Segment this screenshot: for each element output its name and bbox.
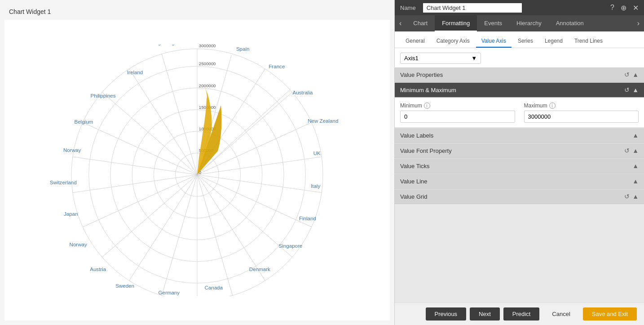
svg-line-21	[102, 174, 197, 257]
value-grid-title: Value Grid	[400, 193, 624, 200]
tab-chart[interactable]: Chart	[406, 15, 435, 31]
widget-title-input[interactable]	[423, 3, 522, 13]
svg-line-19	[162, 174, 197, 295]
minimum-input[interactable]	[400, 111, 515, 123]
svg-text:2500000: 2500000	[199, 61, 216, 66]
svg-text:Spain: Spain	[236, 46, 250, 52]
value-grid-refresh-icon[interactable]: ↺	[624, 193, 630, 200]
svg-line-24	[73, 156, 197, 174]
chart-widget-title: Chart Widget 1	[0, 0, 394, 20]
value-grid-icons: ↺ ▲	[624, 193, 639, 200]
svg-text:Norway: Norway	[63, 147, 81, 153]
svg-line-17	[197, 174, 233, 295]
value-labels-collapse-icon[interactable]: ▲	[632, 132, 639, 139]
svg-text:Japan: Japan	[64, 211, 78, 217]
next-button[interactable]: Next	[470, 307, 500, 321]
dropdown-arrow-icon: ▼	[471, 55, 477, 62]
svg-line-12	[197, 156, 322, 174]
main-tab-bar: ‹ Chart Formatting Events Hierarchy Anno…	[395, 15, 644, 31]
tab-prev-btn[interactable]: ‹	[395, 15, 406, 31]
sub-tabs: General Category Axis Value Axis Series …	[395, 31, 644, 48]
svg-line-16	[197, 174, 265, 280]
svg-line-26	[102, 92, 197, 174]
sub-tab-series[interactable]: Series	[512, 35, 538, 48]
min-max-row: Minimum i Maximum i	[400, 102, 639, 123]
value-labels-section[interactable]: Value Labels ▲	[395, 128, 644, 143]
value-line-title: Value Line	[400, 178, 632, 185]
min-max-collapse-icon[interactable]: ▲	[632, 86, 639, 93]
value-font-section[interactable]: Value Font Property ↺ ▲	[395, 143, 644, 158]
chart-area: 500000 1000000 1500000 2000000 2500000 3…	[4, 20, 390, 321]
svg-text:3000000: 3000000	[199, 45, 216, 48]
properties-area: Value Properties ↺ ▲ Minimum & Maximum ↺…	[395, 67, 644, 303]
maximum-input[interactable]	[524, 111, 639, 123]
svg-text:Hong Kong: Hong Kong	[149, 45, 175, 45]
value-ticks-collapse-icon[interactable]: ▲	[632, 162, 639, 169]
sub-tab-trend-lines[interactable]: Trend Lines	[569, 35, 608, 48]
sub-tab-value-axis[interactable]: Value Axis	[476, 35, 512, 48]
maximum-field: Maximum i	[524, 102, 639, 123]
svg-text:Belgium: Belgium	[74, 119, 93, 124]
tab-formatting[interactable]: Formatting	[435, 15, 477, 31]
svg-text:Switzerland: Switzerland	[50, 179, 77, 185]
svg-text:New Zealand: New Zealand	[308, 118, 338, 123]
svg-text:Finland: Finland	[299, 216, 316, 221]
value-ticks-title: Value Ticks	[400, 163, 632, 169]
min-max-refresh-icon[interactable]: ↺	[624, 86, 630, 93]
tab-next-btn[interactable]: ›	[633, 15, 644, 31]
min-max-section-header[interactable]: Minimum & Maximum ↺ ▲	[395, 83, 644, 98]
tab-hierarchy[interactable]: Hierarchy	[509, 15, 549, 31]
svg-text:Germany: Germany	[158, 290, 180, 295]
value-ticks-section[interactable]: Value Ticks ▲	[395, 159, 644, 174]
svg-line-25	[83, 122, 197, 174]
minimum-field: Minimum i	[400, 102, 515, 123]
move-icon[interactable]: ⊕	[621, 4, 626, 12]
sub-tab-general[interactable]: General	[400, 35, 430, 48]
value-labels-title: Value Labels	[400, 132, 632, 139]
previous-button[interactable]: Previous	[426, 307, 467, 321]
header-bar: Name ? ⊕ ✕	[395, 0, 644, 15]
value-font-collapse-icon[interactable]: ▲	[632, 147, 639, 154]
value-properties-collapse-icon[interactable]: ▲	[632, 71, 639, 78]
name-label: Name	[400, 4, 416, 11]
svg-line-28	[162, 54, 197, 175]
value-properties-section[interactable]: Value Properties ↺ ▲	[395, 67, 644, 82]
help-icon[interactable]: ?	[610, 4, 614, 12]
maximum-label: Maximum i	[524, 102, 639, 109]
value-line-collapse-icon[interactable]: ▲	[632, 178, 639, 185]
value-font-icons: ↺ ▲	[624, 147, 639, 154]
axis-selector-row: Axis1 ▼	[395, 48, 644, 67]
min-max-inputs: Minimum i Maximum i	[395, 98, 644, 128]
tab-annotation[interactable]: Annotation	[549, 15, 591, 31]
chart-panel: Chart Widget 1	[0, 0, 394, 325]
radar-chart: 500000 1000000 1500000 2000000 2500000 3…	[40, 45, 354, 296]
value-properties-title: Value Properties	[400, 71, 624, 78]
right-panel: Name ? ⊕ ✕ ‹ Chart Formatting Events Hie…	[394, 0, 644, 325]
sub-tab-category-axis[interactable]: Category Axis	[431, 35, 475, 48]
svg-text:Ireland: Ireland	[127, 69, 143, 75]
predict-button[interactable]: Predict	[503, 307, 539, 321]
svg-line-15	[197, 174, 292, 257]
value-labels-icons: ▲	[632, 132, 639, 139]
main-tabs: Chart Formatting Events Hierarchy Annota…	[406, 15, 632, 31]
minimum-label: Minimum i	[400, 102, 515, 109]
min-max-icons: ↺ ▲	[624, 86, 639, 93]
value-line-icons: ▲	[632, 178, 639, 185]
cancel-button[interactable]: Cancel	[543, 307, 579, 321]
value-grid-section[interactable]: Value Grid ↺ ▲	[395, 189, 644, 204]
svg-text:Australia: Australia	[292, 90, 313, 95]
axis-selector-dropdown[interactable]: Axis1 ▼	[400, 53, 481, 64]
sub-tab-legend[interactable]: Legend	[539, 35, 568, 48]
tab-events[interactable]: Events	[477, 15, 509, 31]
value-font-refresh-icon[interactable]: ↺	[624, 147, 630, 154]
value-properties-refresh-icon[interactable]: ↺	[624, 71, 630, 78]
value-grid-collapse-icon[interactable]: ▲	[632, 193, 639, 200]
value-properties-icons: ↺ ▲	[624, 71, 639, 78]
svg-text:Norway: Norway	[70, 241, 87, 247]
save-and-exit-button[interactable]: Save and Exit	[583, 307, 637, 321]
svg-text:Philippines: Philippines	[90, 93, 115, 98]
close-icon[interactable]: ✕	[633, 4, 639, 12]
value-line-section[interactable]: Value Line ▲	[395, 174, 644, 189]
svg-text:France: France	[269, 64, 285, 69]
min-max-title: Minimum & Maximum	[400, 87, 624, 93]
